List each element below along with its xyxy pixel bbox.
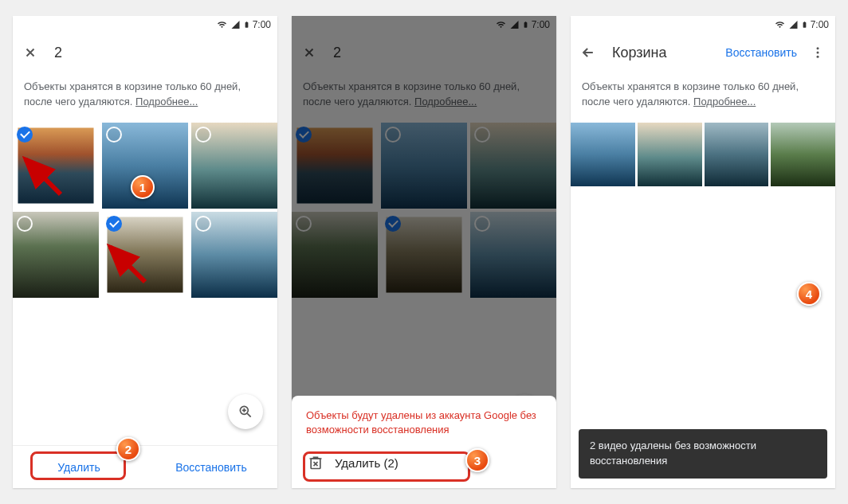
close-icon[interactable] bbox=[22, 45, 38, 61]
select-circle-icon[interactable] bbox=[195, 127, 211, 143]
select-circle-icon[interactable] bbox=[17, 216, 33, 232]
photo-thumbnail[interactable] bbox=[638, 123, 702, 187]
battery-icon bbox=[801, 19, 808, 30]
photo-grid bbox=[571, 123, 835, 187]
restore-button[interactable]: Восстановить bbox=[145, 446, 277, 488]
page-title: Корзина bbox=[612, 45, 667, 61]
wifi-icon bbox=[216, 20, 228, 29]
photo-thumbnail[interactable] bbox=[13, 212, 99, 298]
status-bar: 7:00 bbox=[571, 16, 835, 33]
confirm-delete-button[interactable]: Удалить (2) bbox=[306, 448, 542, 477]
photo-thumbnail[interactable] bbox=[191, 212, 277, 298]
photo-thumbnail[interactable] bbox=[771, 123, 835, 187]
checkmark-icon[interactable] bbox=[106, 216, 122, 232]
more-icon[interactable] bbox=[810, 45, 826, 61]
photo-grid bbox=[13, 123, 277, 298]
svg-point-8 bbox=[817, 52, 819, 54]
zoom-fab[interactable] bbox=[228, 394, 263, 429]
wifi-icon bbox=[774, 20, 786, 29]
trash-info: Объекты хранятся в корзине только 60 дне… bbox=[13, 72, 277, 123]
restore-all-button[interactable]: Восстановить bbox=[725, 46, 797, 59]
checkmark-icon[interactable] bbox=[17, 127, 33, 143]
info-text-2: после чего удаляются. bbox=[582, 96, 693, 107]
signal-icon bbox=[788, 20, 799, 29]
clock-text: 7:00 bbox=[253, 19, 271, 30]
photo-thumbnail[interactable] bbox=[571, 123, 635, 187]
confirm-delete-label: Удалить (2) bbox=[335, 456, 398, 470]
trash-info: Объекты хранятся в корзине только 60 дне… bbox=[571, 72, 835, 123]
snackbar-text: 2 видео удалены без возможности восстано… bbox=[590, 440, 756, 467]
annotation-badge-1: 1 bbox=[131, 175, 155, 199]
action-bar: Удалить Восстановить bbox=[13, 445, 277, 488]
zoom-in-icon bbox=[238, 404, 253, 420]
clock-text: 7:00 bbox=[811, 19, 829, 30]
svg-point-7 bbox=[817, 47, 819, 49]
photo-thumbnail[interactable] bbox=[705, 123, 769, 187]
info-text-1: Объекты хранятся в корзине только 60 дне… bbox=[24, 80, 241, 92]
selection-count: 2 bbox=[54, 45, 62, 61]
trash-forever-icon bbox=[308, 455, 324, 471]
phone-screen-2: 7:00 2 Объекты хранятся в корзине только… bbox=[292, 16, 556, 488]
phone-screen-3: 7:00 Корзина Восстановить Объекты хранят… bbox=[571, 16, 835, 488]
learn-more-link[interactable]: Подробнее... bbox=[135, 96, 198, 107]
info-text-1: Объекты хранятся в корзине только 60 дне… bbox=[582, 80, 799, 92]
info-text-2: после чего удаляются. bbox=[24, 96, 135, 107]
confirm-delete-sheet: Объекты будут удалены из аккаунта Google… bbox=[292, 396, 556, 488]
phone-screen-1: 7:00 2 Объекты хранятся в корзине только… bbox=[13, 16, 277, 488]
select-circle-icon[interactable] bbox=[195, 216, 211, 232]
annotation-badge-3: 3 bbox=[465, 448, 489, 472]
trash-header: Корзина Восстановить bbox=[571, 33, 835, 72]
selection-header: 2 bbox=[13, 33, 277, 72]
delete-warning-text: Объекты будут удалены из аккаунта Google… bbox=[306, 408, 542, 437]
photo-thumbnail[interactable] bbox=[191, 123, 277, 209]
photo-thumbnail[interactable] bbox=[102, 212, 188, 298]
select-circle-icon[interactable] bbox=[106, 127, 122, 143]
annotation-badge-2: 2 bbox=[116, 437, 140, 461]
back-icon[interactable] bbox=[580, 45, 596, 61]
svg-point-9 bbox=[817, 56, 819, 58]
photo-thumbnail[interactable] bbox=[13, 123, 99, 209]
signal-icon bbox=[230, 20, 241, 29]
battery-icon bbox=[243, 19, 250, 30]
annotation-badge-4: 4 bbox=[797, 282, 821, 306]
status-bar: 7:00 bbox=[13, 16, 277, 33]
learn-more-link[interactable]: Подробнее... bbox=[693, 96, 756, 107]
snackbar: 2 видео удалены без возможности восстано… bbox=[579, 429, 827, 479]
